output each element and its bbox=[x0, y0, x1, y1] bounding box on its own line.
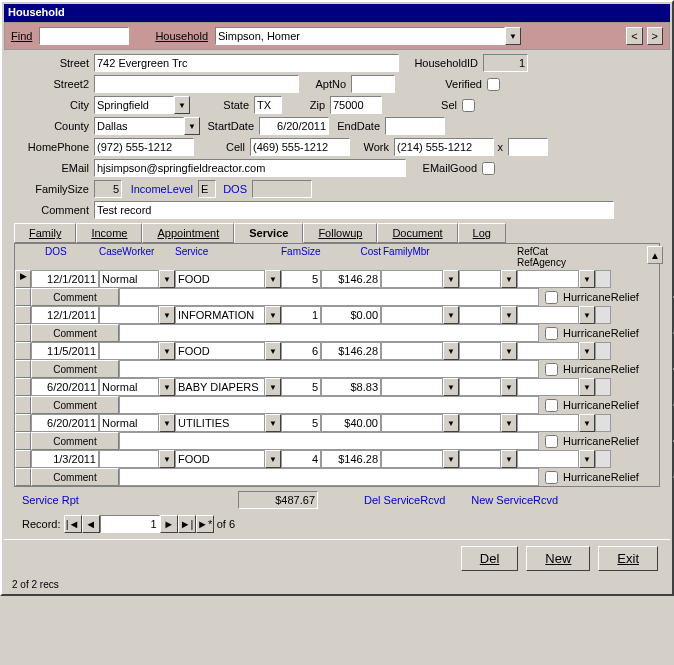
first-record-button[interactable]: |◄ bbox=[64, 515, 82, 533]
street-input[interactable] bbox=[94, 54, 399, 72]
exit-button[interactable]: Exit bbox=[598, 546, 658, 571]
cell-cost[interactable]: $0.00 bbox=[321, 306, 381, 324]
homephone-input[interactable] bbox=[94, 138, 194, 156]
row-selector[interactable] bbox=[15, 378, 31, 396]
new-button[interactable]: New bbox=[526, 546, 590, 571]
cell-refcat[interactable] bbox=[459, 306, 501, 324]
cell-cost[interactable]: $146.28 bbox=[321, 270, 381, 288]
cell-refcat[interactable] bbox=[459, 414, 501, 432]
cell-famsize[interactable]: 6 bbox=[281, 342, 321, 360]
cell-service[interactable]: INFORMATION bbox=[175, 306, 265, 324]
chevron-down-icon[interactable]: ▼ bbox=[505, 27, 521, 45]
cell-famsize[interactable]: 5 bbox=[281, 270, 321, 288]
find-input[interactable] bbox=[39, 27, 129, 45]
scrollbar[interactable] bbox=[595, 414, 611, 432]
cell-caseworker[interactable] bbox=[99, 342, 159, 360]
next-record-button[interactable]: ► bbox=[160, 515, 178, 533]
cell-dos[interactable]: 11/5/2011 bbox=[31, 342, 99, 360]
chevron-down-icon[interactable]: ▼ bbox=[501, 450, 517, 468]
scrollbar[interactable] bbox=[595, 378, 611, 396]
row-selector[interactable] bbox=[15, 342, 31, 360]
cell-familymbr[interactable] bbox=[381, 306, 443, 324]
new-record-button[interactable]: ►* bbox=[196, 515, 214, 533]
cell-dos[interactable]: 1/3/2011 bbox=[31, 450, 99, 468]
work-input[interactable] bbox=[394, 138, 494, 156]
cell-caseworker[interactable] bbox=[99, 450, 159, 468]
chevron-down-icon[interactable]: ▼ bbox=[579, 450, 595, 468]
cell-service[interactable]: FOOD bbox=[175, 342, 265, 360]
chevron-down-icon[interactable]: ▼ bbox=[501, 378, 517, 396]
email-input[interactable] bbox=[94, 159, 406, 177]
zip-input[interactable] bbox=[330, 96, 382, 114]
chevron-down-icon[interactable]: ▼ bbox=[265, 342, 281, 360]
tab-family[interactable]: Family bbox=[14, 223, 76, 243]
scrollbar[interactable] bbox=[595, 306, 611, 324]
chevron-down-icon[interactable]: ▼ bbox=[579, 270, 595, 288]
hurricane-checkbox[interactable] bbox=[545, 435, 558, 448]
cell-refagency[interactable] bbox=[517, 270, 579, 288]
chevron-down-icon[interactable]: ▼ bbox=[501, 342, 517, 360]
hurricane-checkbox[interactable] bbox=[545, 291, 558, 304]
tab-log[interactable]: Log bbox=[458, 223, 506, 243]
last-record-button[interactable]: ►| bbox=[178, 515, 196, 533]
hurricane-checkbox[interactable] bbox=[545, 363, 558, 376]
scrollbar[interactable] bbox=[595, 450, 611, 468]
del-button[interactable]: Del bbox=[461, 546, 519, 571]
chevron-down-icon[interactable]: ▼ bbox=[443, 414, 459, 432]
chevron-down-icon[interactable]: ▼ bbox=[159, 378, 175, 396]
cell-dos[interactable]: 12/1/2011 bbox=[31, 270, 99, 288]
cell-dos[interactable]: 6/20/2011 bbox=[31, 378, 99, 396]
cell-caseworker[interactable]: Normal bbox=[99, 414, 159, 432]
col-caseworker[interactable]: CaseWorker bbox=[99, 246, 175, 268]
chevron-down-icon[interactable]: ▼ bbox=[443, 378, 459, 396]
chevron-down-icon[interactable]: ▼ bbox=[265, 270, 281, 288]
cell-input[interactable] bbox=[250, 138, 350, 156]
cell-refagency[interactable] bbox=[517, 306, 579, 324]
chevron-down-icon[interactable]: ▼ bbox=[579, 378, 595, 396]
col-famsize[interactable]: FamSize bbox=[281, 246, 321, 268]
chevron-down-icon[interactable]: ▼ bbox=[265, 306, 281, 324]
dos-label[interactable]: DOS bbox=[218, 183, 250, 195]
row-selector[interactable] bbox=[15, 432, 31, 450]
cell-refagency[interactable] bbox=[517, 378, 579, 396]
cell-refcat[interactable] bbox=[459, 450, 501, 468]
row-selector[interactable] bbox=[15, 468, 31, 486]
cell-cost[interactable]: $40.00 bbox=[321, 414, 381, 432]
chevron-down-icon[interactable]: ▼ bbox=[159, 270, 175, 288]
cell-cost[interactable]: $146.28 bbox=[321, 342, 381, 360]
tab-followup[interactable]: Followup bbox=[303, 223, 377, 243]
cell-caseworker[interactable]: Normal bbox=[99, 270, 159, 288]
cell-comment[interactable] bbox=[119, 396, 539, 414]
cell-refcat[interactable] bbox=[459, 378, 501, 396]
tab-document[interactable]: Document bbox=[377, 223, 457, 243]
row-selector[interactable] bbox=[15, 306, 31, 324]
tab-appointment[interactable]: Appointment bbox=[142, 223, 234, 243]
chevron-down-icon[interactable]: ▼ bbox=[265, 378, 281, 396]
row-selector[interactable] bbox=[15, 414, 31, 432]
hurricane-checkbox[interactable] bbox=[545, 399, 558, 412]
row-selector[interactable] bbox=[15, 396, 31, 414]
chevron-down-icon[interactable]: ▼ bbox=[579, 342, 595, 360]
cell-familymbr[interactable] bbox=[381, 450, 443, 468]
cell-refagency[interactable] bbox=[517, 342, 579, 360]
new-servicercvd-link[interactable]: New ServiceRcvd bbox=[471, 494, 558, 506]
chevron-down-icon[interactable]: ▼ bbox=[443, 342, 459, 360]
cell-service[interactable]: FOOD bbox=[175, 270, 265, 288]
chevron-down-icon[interactable]: ▼ bbox=[159, 306, 175, 324]
del-servicercvd-link[interactable]: Del ServiceRcvd bbox=[364, 494, 445, 506]
cell-comment[interactable] bbox=[119, 432, 539, 450]
cell-cost[interactable]: $146.28 bbox=[321, 450, 381, 468]
cell-familymbr[interactable] bbox=[381, 378, 443, 396]
incomelevel-label[interactable]: IncomeLevel bbox=[124, 183, 196, 195]
col-dos[interactable]: DOS bbox=[31, 246, 99, 268]
chevron-down-icon[interactable]: ▼ bbox=[174, 96, 190, 114]
row-selector[interactable]: ▶ bbox=[15, 270, 31, 288]
cell-famsize[interactable]: 1 bbox=[281, 306, 321, 324]
state-input[interactable] bbox=[254, 96, 282, 114]
scroll-up-icon[interactable]: ▲ bbox=[647, 246, 663, 264]
cell-refcat[interactable] bbox=[459, 342, 501, 360]
county-input[interactable] bbox=[94, 117, 184, 135]
chevron-down-icon[interactable]: ▼ bbox=[501, 270, 517, 288]
chevron-down-icon[interactable]: ▼ bbox=[265, 450, 281, 468]
prev-record-button[interactable]: ◄ bbox=[82, 515, 100, 533]
